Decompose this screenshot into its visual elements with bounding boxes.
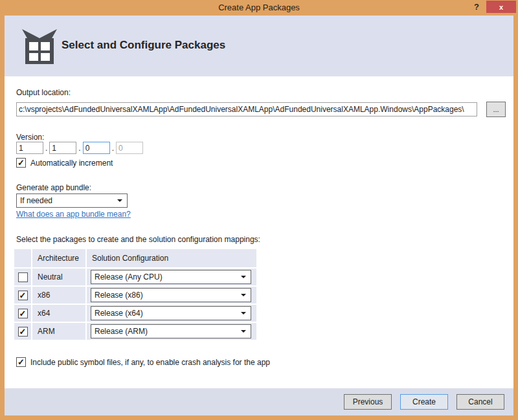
checkmark-icon: ✓	[17, 358, 25, 366]
table-row-cell: ✓	[14, 305, 31, 322]
architecture-cell: ARM	[32, 323, 85, 340]
window-title: Create App Packages	[0, 3, 518, 12]
neutral-checkbox[interactable]	[18, 272, 28, 282]
package-gift-icon	[21, 24, 58, 65]
checkmark-icon: ✓	[19, 291, 27, 300]
architecture-cell: Neutral	[32, 269, 85, 285]
help-icon[interactable]: ?	[474, 2, 479, 12]
x86-configuration-dropdown[interactable]: Release (x86)	[91, 288, 251, 302]
auto-increment-checkbox[interactable]: ✓	[16, 158, 26, 168]
close-icon: x	[499, 3, 503, 11]
version-separator: .	[112, 144, 114, 153]
table-row-cell: ✓	[14, 287, 31, 304]
selected-configuration: Release (x86)	[95, 291, 143, 300]
arm-checkbox[interactable]: ✓	[18, 327, 28, 337]
chevron-down-icon	[117, 199, 122, 202]
version-separator: .	[45, 144, 47, 153]
architecture-cell: x86	[32, 287, 85, 304]
dialog-body: Select and Configure Packages Output loc…	[5, 16, 513, 415]
version-minor-input[interactable]	[49, 142, 76, 154]
packages-table: Architecture Solution Configuration Neut…	[14, 249, 256, 340]
chevron-down-icon	[241, 294, 246, 296]
selected-configuration: Release (x64)	[95, 309, 143, 318]
checkmark-icon: ✓	[17, 159, 25, 167]
configuration-cell: Release (ARM)	[87, 323, 256, 340]
output-location-label: Output location:	[16, 88, 71, 97]
create-button[interactable]: Create	[400, 394, 448, 410]
checkmark-icon: ✓	[19, 327, 27, 336]
output-location-input[interactable]	[16, 102, 477, 116]
table-header-architecture: Architecture	[32, 249, 85, 267]
create-app-packages-dialog: Create App Packages ? x Select and Confi…	[0, 0, 518, 420]
bundle-selected-value: If needed	[20, 196, 52, 205]
include-symbols-checkbox[interactable]: ✓	[16, 357, 26, 367]
x64-configuration-dropdown[interactable]: Release (x64)	[91, 306, 251, 320]
browse-button[interactable]: ...	[486, 102, 506, 117]
bundle-dropdown[interactable]: If needed	[16, 193, 128, 208]
auto-increment-row: ✓ Automatically increment	[16, 158, 113, 168]
dialog-header: Select and Configure Packages	[5, 16, 513, 76]
titlebar[interactable]: Create App Packages ? x	[0, 0, 518, 16]
bundle-label: Generate app bundle:	[16, 183, 91, 192]
symbols-row: ✓ Include public symbol files, if any, t…	[16, 357, 270, 367]
chevron-down-icon	[241, 276, 246, 278]
auto-increment-label: Automatically increment	[30, 159, 113, 168]
configuration-cell: Release (x64)	[87, 305, 256, 322]
chevron-down-icon	[241, 330, 246, 333]
x86-checkbox[interactable]: ✓	[18, 291, 28, 300]
page-title: Select and Configure Packages	[62, 39, 225, 52]
table-header-checkbox-column	[14, 249, 31, 267]
version-revision-input	[116, 142, 143, 154]
version-build-input[interactable]	[83, 142, 110, 154]
x64-checkbox[interactable]: ✓	[18, 309, 28, 318]
selected-configuration: Release (Any CPU)	[95, 272, 163, 282]
version-separator: .	[78, 144, 80, 153]
chevron-down-icon	[241, 312, 246, 315]
table-row-cell	[14, 269, 31, 285]
configuration-cell: Release (x86)	[87, 287, 256, 304]
cancel-button[interactable]: Cancel	[456, 394, 504, 410]
dialog-footer: Previous Create Cancel	[5, 388, 513, 415]
arm-configuration-dropdown[interactable]: Release (ARM)	[91, 324, 251, 338]
version-major-input[interactable]	[16, 142, 43, 154]
previous-button[interactable]: Previous	[344, 394, 392, 410]
neutral-configuration-dropdown[interactable]: Release (Any CPU)	[91, 270, 251, 284]
close-button[interactable]: x	[486, 1, 516, 13]
packages-label: Select the packages to create and the so…	[16, 235, 260, 244]
checkmark-icon: ✓	[19, 309, 27, 318]
selected-configuration: Release (ARM)	[95, 327, 148, 336]
version-label: Version:	[16, 133, 44, 142]
table-row-cell: ✓	[14, 323, 31, 340]
configuration-cell: Release (Any CPU)	[87, 269, 256, 285]
architecture-cell: x64	[32, 305, 85, 322]
include-symbols-label: Include public symbol files, if any, to …	[30, 358, 270, 367]
version-fields: . . .	[16, 142, 143, 154]
bundle-help-link[interactable]: What does an app bundle mean?	[16, 210, 131, 219]
table-header-configuration: Solution Configuration	[87, 249, 256, 267]
